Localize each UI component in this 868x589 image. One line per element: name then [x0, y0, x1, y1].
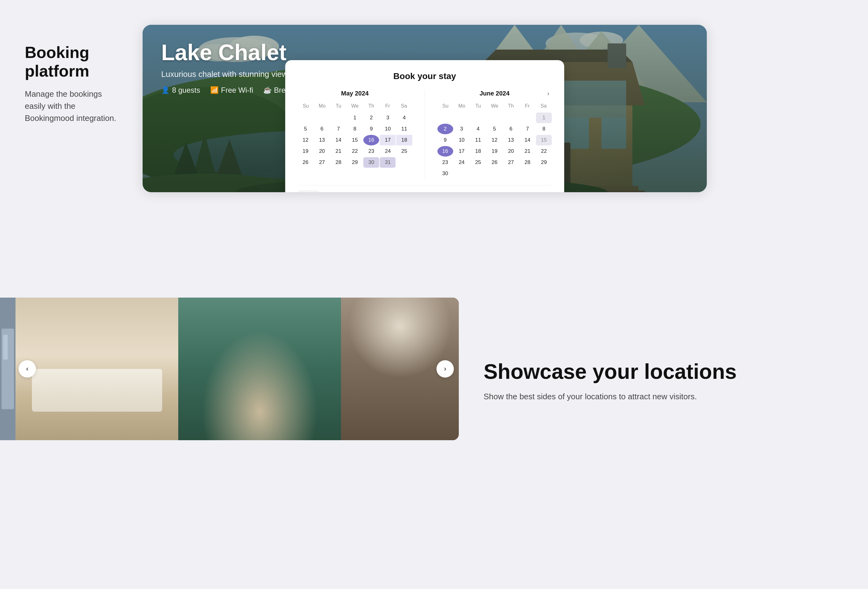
svg-point-73 — [384, 298, 415, 326]
calendar-day[interactable]: 28 — [331, 157, 346, 168]
svg-rect-46 — [16, 433, 178, 440]
calendar-day[interactable]: 31 — [380, 157, 396, 168]
calendar-day[interactable]: 14 — [331, 135, 346, 145]
calendar-day[interactable]: 29 — [536, 157, 552, 168]
svg-line-83 — [397, 338, 400, 375]
svg-marker-59 — [232, 325, 300, 376]
right-panel: Showcase your locations Show the best si… — [459, 298, 868, 465]
calendars-row: May 2024 Su Mo Tu We Th Fr Sa 12345678 — [298, 90, 552, 179]
day-mo-2: Mo — [453, 102, 470, 110]
calendar-day[interactable]: 18 — [396, 135, 412, 145]
calendar-day[interactable]: 16 — [437, 146, 453, 156]
calendar-day[interactable]: 20 — [503, 146, 519, 156]
calendar-day[interactable]: 26 — [487, 157, 502, 168]
calendar-day — [470, 112, 486, 123]
left-panel: Booking platform Manage the bookings eas… — [25, 25, 124, 124]
next-month-button[interactable]: › — [545, 89, 552, 98]
calendar-day[interactable]: 11 — [396, 124, 412, 134]
calendar-day[interactable]: 4 — [470, 124, 486, 134]
calendar-day[interactable]: 30 — [437, 168, 453, 179]
calendar-day[interactable]: 6 — [314, 124, 330, 134]
guests-selector[interactable]: 18 ⇅ — [298, 190, 320, 192]
svg-rect-92 — [375, 391, 388, 397]
calendar-day[interactable]: 7 — [520, 124, 535, 134]
calendar-day[interactable]: 16 — [363, 135, 379, 145]
calendar-day[interactable]: 23 — [437, 157, 453, 168]
calendar-day[interactable]: 9 — [363, 124, 379, 134]
calendar-day[interactable]: 29 — [347, 157, 363, 168]
calendar-day[interactable]: 9 — [437, 135, 453, 145]
calendar-day[interactable]: 12 — [298, 135, 313, 145]
calendar-day[interactable]: 14 — [520, 135, 535, 145]
calendar-day[interactable]: 27 — [503, 157, 519, 168]
svg-point-65 — [239, 420, 307, 439]
booking-card: Lake Chalet Luxurious chalet with stunni… — [143, 25, 707, 192]
svg-rect-33 — [16, 298, 178, 440]
calendar-day[interactable]: 1 — [347, 112, 363, 123]
calendar-day[interactable]: 21 — [520, 146, 535, 156]
calendar-day[interactable]: 7 — [331, 124, 346, 134]
calendar-day[interactable]: 22 — [536, 146, 552, 156]
calendar-day[interactable]: 13 — [314, 135, 330, 145]
june-weekdays: Su Mo Tu We Th Fr Sa — [437, 102, 552, 110]
wifi-label: Free Wi-fi — [221, 86, 253, 94]
svg-rect-43 — [36, 393, 77, 410]
calendar-day[interactable]: 3 — [380, 112, 396, 123]
svg-rect-53 — [189, 298, 191, 440]
calendar-day[interactable]: 11 — [470, 135, 486, 145]
photo-bedroom — [16, 298, 178, 440]
svg-marker-62 — [236, 386, 249, 420]
calendar-day[interactable]: 10 — [454, 135, 469, 145]
calendar-day[interactable]: 24 — [454, 157, 469, 168]
calendar-day[interactable]: 28 — [520, 157, 535, 168]
calendar-day[interactable]: 22 — [347, 146, 363, 156]
calendar-day[interactable]: 8 — [347, 124, 363, 134]
calendar-may: May 2024 Su Mo Tu We Th Fr Sa 12345678 — [298, 90, 412, 179]
calendar-june: June 2024 › Su Mo Tu We Th Fr Sa — [437, 90, 552, 179]
bottom-section: ‹ — [0, 298, 868, 465]
calendar-day[interactable]: 3 — [454, 124, 469, 134]
svg-point-64 — [232, 422, 314, 440]
calendar-day[interactable]: 8 — [536, 124, 552, 134]
may-weekdays: Su Mo Tu We Th Fr Sa — [298, 102, 412, 110]
calendar-day[interactable]: 6 — [503, 124, 519, 134]
svg-rect-75 — [397, 298, 403, 310]
svg-rect-66 — [236, 433, 239, 440]
calendar-day[interactable]: 17 — [380, 135, 396, 145]
calendar-day[interactable]: 20 — [314, 146, 330, 156]
calendar-day[interactable]: 18 — [470, 146, 486, 156]
calendar-day[interactable]: 25 — [396, 146, 412, 156]
amenity-guests: 👤 8 guests — [161, 86, 200, 94]
calendar-day[interactable]: 2 — [363, 112, 379, 123]
prev-photo-button[interactable]: ‹ — [19, 360, 36, 378]
guests-label: 8 guests — [172, 86, 200, 94]
calendar-day — [503, 112, 519, 123]
calendar-day[interactable]: 5 — [298, 124, 313, 134]
calendar-day[interactable]: 21 — [331, 146, 346, 156]
svg-rect-57 — [222, 298, 225, 440]
calendar-day[interactable]: 19 — [298, 146, 313, 156]
svg-point-61 — [236, 382, 331, 416]
calendar-day[interactable]: 27 — [314, 157, 330, 168]
calendar-day[interactable]: 15 — [347, 135, 363, 145]
calendar-day[interactable]: 4 — [396, 112, 412, 123]
svg-rect-50 — [178, 298, 341, 440]
calendar-day[interactable]: 12 — [487, 135, 502, 145]
calendar-day[interactable]: 2 — [437, 124, 453, 134]
calendar-day[interactable]: 23 — [363, 146, 379, 156]
calendar-day[interactable]: 26 — [298, 157, 313, 168]
calendar-day[interactable]: 5 — [487, 124, 502, 134]
calendar-day[interactable]: 19 — [487, 146, 502, 156]
calendar-day[interactable]: 10 — [380, 124, 396, 134]
calendar-day[interactable]: 24 — [380, 146, 396, 156]
calendar-day[interactable]: 30 — [363, 157, 379, 168]
next-photo-button[interactable]: › — [437, 360, 454, 378]
svg-point-81 — [392, 372, 407, 378]
calendar-day[interactable]: 15 — [536, 135, 552, 145]
calendar-day[interactable]: 25 — [470, 157, 486, 168]
calendar-day[interactable]: 1 — [536, 112, 552, 123]
calendar-day[interactable]: 17 — [454, 146, 469, 156]
top-section: Booking platform Manage the bookings eas… — [0, 0, 868, 248]
may-title: May 2024 — [341, 90, 369, 97]
calendar-day[interactable]: 13 — [503, 135, 519, 145]
